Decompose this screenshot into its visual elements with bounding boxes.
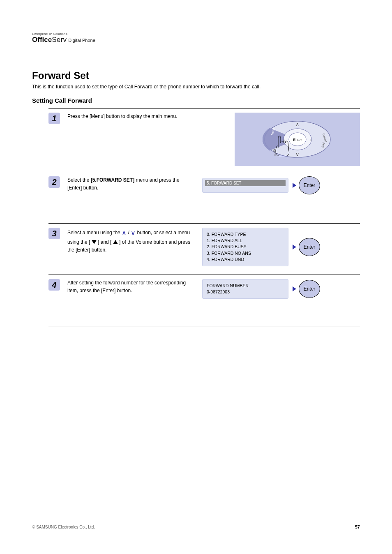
brand-header: Enterprise IP Solutions OfficeServ Digit…	[32, 32, 360, 45]
lcd-forward-set-text: 5. FORWARD SET	[205, 180, 286, 186]
brand-sub: Digital Phone	[68, 38, 95, 43]
s3a: Select a menu using the	[67, 230, 122, 235]
step-2-menu: [5.FORWARD SET]	[91, 177, 134, 183]
subheading-setting: Setting Call Forward	[32, 97, 360, 104]
lcd-forward-number: FORWARD NUMBER 0-98722903	[202, 279, 288, 299]
section-title: Forward Set	[32, 70, 360, 81]
enter-button[interactable]: Enter	[299, 280, 320, 298]
step-2: 2 Select the [5.FORWARD SET] menu and pr…	[48, 172, 360, 223]
step-4-text: After setting the forward number for the…	[67, 279, 195, 295]
step-3-text: Select a menu using the ∧ / ∨ button, or…	[67, 228, 195, 254]
header-rule	[32, 45, 98, 45]
lcd-forward-set: 5. FORWARD SET	[202, 178, 288, 193]
step-2-text-pre: Select the	[67, 177, 91, 183]
step-1-number: 1	[48, 113, 60, 124]
svg-text:∨: ∨	[295, 151, 300, 157]
step-4-number: 4	[48, 279, 60, 291]
enter-button[interactable]: Enter	[299, 238, 320, 256]
enter-button[interactable]: Enter	[299, 176, 320, 194]
lcd-fn-line1: FORWARD NUMBER	[207, 283, 284, 289]
lcd-opt-1: 1. FORWARD ALL	[207, 238, 284, 244]
lcd-opt-4: 4. FORWARD DND	[207, 256, 284, 263]
lcd-opt-3: 3. FORWARD NO ANS	[207, 250, 284, 256]
navpad-enter-label: Enter	[293, 138, 302, 142]
step-3-number: 3	[48, 228, 60, 239]
play-icon	[293, 245, 296, 249]
svg-text:∧: ∧	[295, 121, 300, 127]
play-icon	[293, 286, 296, 291]
step-1-text: Press the [Menu] button to display the m…	[67, 113, 195, 120]
navpad-illustration: Enter ∧ ∨ › ‹ Menu Send Cancel End	[235, 113, 360, 166]
lcd-opt-2: 2. FORWARD BUSY	[207, 244, 284, 250]
brand-serv: Serv	[52, 36, 67, 44]
enter-label: Enter	[304, 286, 316, 292]
lcd-fn-line2: 0-98722903	[207, 289, 284, 295]
s3b: /	[128, 230, 129, 235]
step-3: 3 Select a menu using the ∧ / ∨ button, …	[48, 223, 360, 275]
section-description: This is the function used to set the typ…	[32, 84, 360, 90]
s3d: ] and [	[98, 239, 111, 245]
step-1: 1 Press the [Menu] button to display the…	[48, 108, 360, 172]
play-icon	[293, 183, 296, 188]
step-2-number: 2	[48, 176, 60, 188]
navpad-svg: Enter ∧ ∨ › ‹ Menu Send Cancel End	[263, 120, 332, 159]
step-2-text: Select the [5.FORWARD SET] menu and pres…	[67, 176, 195, 192]
lcd-forward-options: 0. FORWARD TYPE 1. FORWARD ALL 2. FORWAR…	[202, 228, 288, 266]
triangle-up-icon	[113, 240, 118, 244]
lcd-opt-0: 0. FORWARD TYPE	[207, 231, 284, 238]
enter-label: Enter	[304, 244, 316, 250]
chevron-down-icon: ∨	[131, 229, 136, 236]
triangle-down-icon	[92, 240, 97, 244]
svg-text:›: ›	[310, 137, 312, 142]
chevron-up-icon: ∧	[122, 229, 127, 236]
brand-tagline: Enterprise IP Solutions	[32, 32, 360, 36]
page-number: 57	[355, 524, 360, 529]
brand-office: Office	[32, 36, 52, 44]
step-4: 4 After setting the forward number for t…	[48, 275, 360, 326]
copyright: © SAMSUNG Electronics Co., Ltd.	[32, 525, 95, 529]
enter-label: Enter	[304, 182, 316, 188]
